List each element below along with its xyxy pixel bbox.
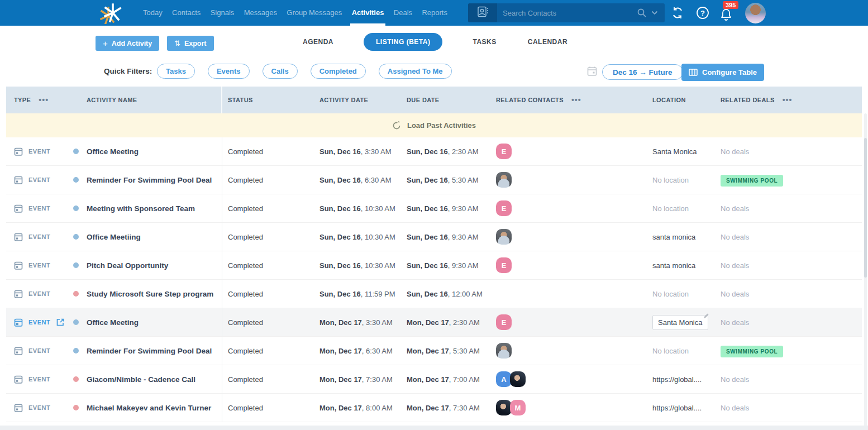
nav-item-messages[interactable]: Messages	[244, 0, 277, 26]
deal-badge[interactable]: SWIMMING POOL	[721, 175, 783, 187]
filter-pill-tasks[interactable]: Tasks	[157, 64, 195, 79]
calendar-icon	[14, 204, 23, 213]
activity-name-link[interactable]: Office Meeting	[87, 147, 139, 156]
vertical-scrollbar[interactable]	[864, 113, 867, 430]
sync-icon[interactable]	[670, 6, 685, 20]
filter-pill-events[interactable]: Events	[208, 64, 250, 79]
search-scope-selector[interactable]	[468, 3, 497, 22]
activity-date-cell: Sun, Dec 16, 6:30 AM	[314, 176, 401, 184]
contact-avatar-initial[interactable]: A	[496, 371, 512, 387]
column-header-status[interactable]: STATUS	[222, 97, 314, 103]
nav-item-contacts[interactable]: Contacts	[172, 0, 201, 26]
activity-date-cell: Sun, Dec 16, 11:59 PM	[314, 290, 401, 298]
related-deals-cell: No deals	[715, 204, 862, 213]
related-contacts-cell: E	[490, 314, 647, 330]
calendar-icon	[14, 346, 23, 356]
contact-avatar-photo[interactable]	[496, 172, 512, 188]
activity-date-cell: Sun, Dec 16, 10:30 AM	[314, 233, 401, 241]
activity-name-link[interactable]: Pitch Deal Opportunity	[87, 261, 168, 270]
status-text: Completed	[228, 375, 263, 384]
table-row[interactable]: EVENT Study Microsoft Sure Step program …	[6, 280, 862, 308]
column-header-related-contacts[interactable]: RELATED CONTACTS •••	[490, 97, 647, 103]
contact-avatar-initial[interactable]: E	[496, 200, 512, 216]
contact-avatar-initial[interactable]: E	[496, 314, 512, 330]
activity-name-link[interactable]: Study Microsoft Sure Step program	[87, 290, 213, 298]
location-cell: https://global....	[647, 375, 715, 384]
export-button[interactable]: ⇅ Export	[167, 36, 214, 51]
nav-item-today[interactable]: Today	[143, 0, 163, 26]
activity-name-link[interactable]: Meeting with Sponsored Team	[87, 204, 195, 213]
tab-listing-beta[interactable]: LISTING (BETA)	[364, 33, 442, 51]
activity-date-cell: Mon, Dec 17, 8:00 AM	[314, 404, 401, 412]
nav-item-reports[interactable]: Reports	[422, 0, 447, 26]
status-text: Completed	[228, 233, 263, 241]
no-deals-text: No deals	[721, 290, 749, 298]
contact-avatar-photo[interactable]	[496, 343, 512, 359]
row-type-label: EVENT	[28, 404, 50, 411]
table-body: EVENT Office Meeting Completed Sun, Dec …	[6, 137, 862, 422]
row-type-label: EVENT	[28, 205, 50, 212]
external-link-icon[interactable]	[56, 318, 65, 327]
no-deals-text: No deals	[721, 261, 749, 270]
row-type-label: EVENT	[28, 290, 50, 297]
table-row[interactable]: EVENT Office Meeting Completed Sun, Dec …	[6, 137, 862, 166]
help-icon[interactable]: ?	[695, 6, 710, 20]
nav-item-group-messages[interactable]: Group Messages	[287, 0, 342, 26]
quick-filters-label: Quick Filters:	[104, 67, 152, 75]
nav-item-signals[interactable]: Signals	[211, 0, 235, 26]
calendar-filter-icon[interactable]	[587, 66, 597, 79]
table-row[interactable]: EVENT Office Meeting Completed Mon, Dec …	[6, 308, 862, 337]
table-row[interactable]: EVENT Michael Makeyev and Kevin Turner C…	[6, 394, 862, 422]
tab-agenda[interactable]: AGENDA	[302, 33, 335, 51]
contact-avatar-initial[interactable]: E	[496, 144, 512, 159]
search-box[interactable]	[468, 3, 665, 22]
contact-avatar-photo[interactable]	[496, 229, 512, 245]
contact-avatar-initial[interactable]: M	[510, 400, 526, 415]
deal-badge[interactable]: SWIMMING POOL	[721, 346, 783, 357]
filter-pill-completed[interactable]: Completed	[311, 64, 366, 79]
table-row[interactable]: EVENT Reminder For Swimming Pool Deal Co…	[6, 337, 862, 365]
table-row[interactable]: EVENT Office Meetiing Completed Sun, Dec…	[6, 223, 862, 251]
nav-item-activities[interactable]: Activities	[352, 0, 384, 26]
activity-name-link[interactable]: Office Meeting	[87, 318, 139, 327]
column-header-location[interactable]: LOCATION	[647, 97, 715, 103]
activity-name-link[interactable]: Giacom/Nimble - Cadence Call	[87, 375, 195, 384]
column-header-due-date[interactable]: DUE DATE	[401, 97, 490, 103]
column-header-related-deals[interactable]: RELATED DEALS •••	[715, 97, 862, 103]
column-header-activity-date[interactable]: ACTIVITY DATE	[314, 97, 401, 103]
user-avatar[interactable]	[745, 3, 766, 23]
nimble-logo[interactable]	[99, 2, 124, 24]
activity-name-link[interactable]: Reminder For Swimming Pool Deal	[87, 176, 212, 184]
contact-avatar-initial[interactable]: E	[496, 257, 512, 273]
chevron-down-icon[interactable]	[651, 11, 658, 15]
table-row[interactable]: EVENT Giacom/Nimble - Cadence Call Compl…	[6, 365, 862, 394]
nav-item-deals[interactable]: Deals	[394, 0, 412, 26]
filter-pill-calls[interactable]: Calls	[263, 64, 298, 79]
related-contacts-cell: E	[490, 144, 647, 159]
load-past-activities-button[interactable]: Load Past Activities	[6, 113, 862, 137]
activity-name-link[interactable]: Office Meetiing	[87, 233, 141, 241]
table-row[interactable]: EVENT Pitch Deal Opportunity Completed S…	[6, 251, 862, 280]
activity-name-link[interactable]: Reminder For Swimming Pool Deal	[87, 347, 212, 355]
add-activity-button[interactable]: + Add Activity	[96, 36, 159, 51]
table-row[interactable]: EVENT Reminder For Swimming Pool Deal Co…	[6, 166, 862, 194]
contact-avatar-photo[interactable]	[496, 400, 512, 415]
scrollbar-thumb[interactable]	[864, 138, 867, 278]
column-header-activity-name[interactable]: ACTIVITY NAME	[70, 87, 222, 113]
tab-tasks[interactable]: TASKS	[471, 33, 497, 51]
contact-avatar-photo[interactable]	[510, 371, 526, 387]
location-edit-box[interactable]: Santa Monica	[652, 315, 708, 330]
column-header-type[interactable]: TYPE •••	[6, 97, 70, 103]
filter-pill-assigned-to-me[interactable]: Assigned To Me	[379, 64, 452, 79]
status-text: Completed	[228, 404, 263, 412]
activity-color-dot	[73, 405, 79, 410]
table-row[interactable]: EVENT Meeting with Sponsored Team Comple…	[6, 194, 862, 223]
activity-name-link[interactable]: Michael Makeyev and Kevin Turner	[87, 404, 211, 412]
date-range-filter[interactable]: Dec 16 → Future	[602, 64, 683, 80]
configure-table-button[interactable]: Configure Table	[681, 64, 764, 81]
notifications-bell[interactable]: 395	[719, 4, 738, 22]
search-input[interactable]	[497, 9, 637, 17]
search-icon[interactable]	[637, 8, 647, 18]
tab-calendar[interactable]: CALENDAR	[527, 33, 569, 51]
due-date-cell: Sun, Dec 16, 9:30 AM	[401, 261, 490, 270]
